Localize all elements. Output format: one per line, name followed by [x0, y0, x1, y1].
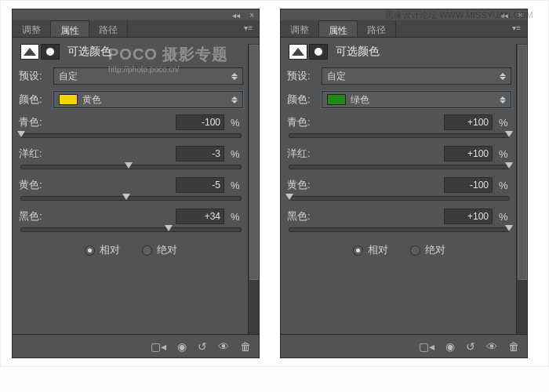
black-label: 黑色: [287, 209, 331, 223]
magenta-label: 洋红: [287, 147, 331, 161]
preset-dropdown[interactable]: 自定 [322, 67, 511, 85]
relative-radio[interactable]: 相对 [353, 243, 388, 257]
mask-icon[interactable] [41, 44, 60, 60]
pct-unit: % [499, 180, 511, 191]
magenta-label: 洋红: [19, 147, 63, 161]
black-input[interactable] [176, 209, 224, 224]
adjustment-icon [289, 44, 307, 60]
preset-label: 预设: [19, 69, 53, 83]
close-icon[interactable]: × [249, 11, 254, 20]
slider-thumb[interactable] [17, 131, 25, 137]
absolute-radio[interactable]: 绝对 [410, 243, 445, 257]
black-label: 黑色: [19, 209, 63, 223]
tab-adjust[interactable]: 调整 [13, 20, 51, 37]
slider-thumb[interactable] [122, 194, 130, 200]
panel-menu-icon[interactable]: ▾≡ [238, 20, 259, 37]
clip-icon[interactable]: ▢◂ [419, 340, 434, 353]
scroll-thumb[interactable] [518, 45, 527, 280]
slider-thumb[interactable] [285, 194, 293, 200]
panel-menu-icon[interactable]: ▾≡ [506, 20, 527, 37]
panel-title: 可选颜色 [67, 45, 111, 59]
properties-panel-right: ◂◂ × 调整 属性 路径 ▾≡ 可选颜色 预设: [280, 9, 528, 358]
cyan-input[interactable] [176, 114, 224, 130]
pct-unit: % [499, 148, 511, 160]
absolute-radio[interactable]: 绝对 [142, 243, 177, 257]
cyan-label: 青色: [287, 115, 331, 129]
slider-thumb[interactable] [505, 225, 513, 231]
radio-icon [410, 245, 420, 256]
chevron-updown-icon [500, 96, 506, 103]
magenta-input[interactable] [444, 146, 493, 162]
chevron-updown-icon [231, 73, 238, 80]
black-slider[interactable] [289, 227, 510, 232]
trash-icon[interactable]: 🗑 [240, 340, 251, 353]
tab-adjust[interactable]: 调整 [281, 20, 319, 37]
cyan-label: 青色: [19, 115, 63, 129]
color-dropdown[interactable]: 黄色 [53, 91, 243, 108]
magenta-slider[interactable] [20, 165, 242, 169]
black-slider[interactable] [20, 227, 242, 232]
slider-thumb[interactable] [125, 162, 133, 169]
slider-thumb[interactable] [505, 131, 513, 137]
preset-label: 预设: [287, 69, 322, 83]
cyan-input[interactable] [444, 114, 493, 130]
pct-unit: % [231, 117, 243, 129]
visibility-icon[interactable]: 👁 [486, 340, 497, 353]
color-label: 颜色: [19, 93, 53, 107]
yellow-label: 黄色: [287, 178, 331, 192]
color-label: 颜色: [287, 93, 322, 107]
color-value: 黄色 [82, 93, 101, 107]
chevron-updown-icon [231, 96, 238, 103]
panel-title: 可选颜色 [336, 45, 380, 59]
scroll-thumb[interactable] [249, 45, 259, 280]
tab-paths[interactable]: 路径 [89, 20, 128, 37]
color-dropdown[interactable]: 绿色 [322, 91, 511, 108]
reset-icon[interactable]: ↺ [198, 340, 207, 353]
view-previous-icon[interactable]: ◉ [445, 340, 455, 353]
yellow-input[interactable] [176, 177, 224, 193]
yellow-slider[interactable] [20, 196, 242, 201]
tab-properties[interactable]: 属性 [319, 20, 358, 37]
collapse-icon[interactable]: ◂◂ [232, 11, 240, 20]
adjustment-icon [20, 44, 39, 60]
clip-icon[interactable]: ▢◂ [151, 340, 166, 353]
tab-properties[interactable]: 属性 [51, 20, 89, 37]
black-input[interactable] [444, 209, 493, 224]
tab-paths[interactable]: 路径 [358, 20, 396, 37]
tab-bar: 调整 属性 路径 ▾≡ [13, 20, 259, 38]
pct-unit: % [231, 180, 243, 191]
relative-radio[interactable]: 相对 [85, 243, 120, 257]
relative-label: 相对 [368, 243, 388, 257]
view-previous-icon[interactable]: ◉ [177, 340, 187, 353]
yellow-label: 黄色: [19, 178, 63, 192]
radio-icon [85, 245, 95, 256]
absolute-label: 绝对 [157, 243, 177, 257]
pct-unit: % [231, 148, 243, 160]
trash-icon[interactable]: 🗑 [508, 340, 519, 353]
scrollbar[interactable] [248, 44, 259, 334]
mask-icon[interactable] [309, 44, 328, 60]
color-swatch [327, 94, 346, 105]
watermark-corner: 思缘设计论坛 WWW.MISSYUAN.COM [385, 9, 533, 21]
cyan-slider[interactable] [20, 133, 242, 138]
color-swatch [59, 94, 78, 105]
relative-label: 相对 [100, 243, 120, 257]
yellow-slider[interactable] [289, 196, 510, 201]
scrollbar[interactable] [516, 44, 527, 334]
slider-thumb[interactable] [505, 162, 513, 169]
magenta-slider[interactable] [289, 165, 510, 169]
watermark-logo: POCO 摄影专题 http://photo.poco.cn/ [108, 44, 228, 74]
chevron-updown-icon [500, 73, 506, 80]
cyan-slider[interactable] [289, 133, 510, 138]
magenta-input[interactable] [176, 146, 224, 162]
preset-value: 自定 [327, 70, 346, 83]
pct-unit: % [499, 211, 511, 223]
yellow-input[interactable] [444, 177, 493, 193]
pct-unit: % [499, 117, 511, 129]
slider-thumb[interactable] [165, 225, 173, 231]
preset-value: 自定 [59, 70, 78, 83]
panel-top-bar: ◂◂ × [13, 9, 259, 20]
reset-icon[interactable]: ↺ [466, 340, 475, 353]
pct-unit: % [231, 211, 243, 223]
visibility-icon[interactable]: 👁 [218, 340, 229, 353]
